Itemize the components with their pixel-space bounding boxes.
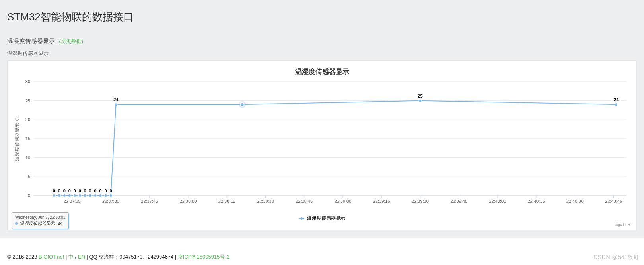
svg-point-51 [63,194,66,197]
svg-point-59 [84,194,86,197]
lang-zh-link[interactable]: 中 [68,254,74,260]
svg-text:24: 24 [614,97,619,102]
svg-text:24: 24 [113,97,119,102]
chart-credit[interactable]: bigiot.net [12,222,632,228]
svg-text:0: 0 [28,193,30,198]
tooltip-header: Wednesday, Jun 7, 22:38:01 [15,215,65,220]
lang-sep: / [75,254,77,260]
svg-text:22:38:30: 22:38:30 [257,199,274,204]
svg-point-65 [99,194,102,197]
watermark: CSDN @541板哥 [593,254,639,261]
svg-text:22:40:00: 22:40:00 [489,199,506,204]
svg-text:25: 25 [418,94,422,98]
chart-title: 温湿度传感器显示 [12,65,632,77]
svg-text:5: 5 [28,174,30,179]
svg-text:0: 0 [99,188,102,193]
tooltip-row: 温湿度传感器显示: 24 [15,220,65,226]
svg-text:22:39:30: 22:39:30 [412,199,429,204]
svg-text:22:37:30: 22:37:30 [102,199,119,204]
svg-text:0: 0 [104,188,107,193]
svg-text:30: 30 [25,79,30,84]
chart-legend[interactable]: 温湿度传感器显示 [12,212,632,222]
svg-text:0: 0 [74,188,76,193]
footer-copyright: © 2016-2023 [7,254,39,260]
svg-text:25: 25 [25,98,30,103]
svg-text:0: 0 [79,188,81,193]
svg-point-69 [109,194,112,197]
svg-text:22:40:15: 22:40:15 [528,199,545,204]
svg-text:0: 0 [63,188,66,193]
svg-text:22:37:15: 22:37:15 [64,199,81,204]
svg-point-78 [241,103,244,106]
footer-sep: | [66,254,68,260]
svg-text:0: 0 [58,188,60,193]
svg-point-47 [53,194,55,197]
svg-text:22:40:45: 22:40:45 [605,199,622,204]
footer-qq: | QQ 交流群：99475170、242994674 | [86,254,177,260]
svg-point-55 [73,194,76,197]
legend-marker-icon [299,218,304,219]
svg-point-63 [94,194,97,197]
svg-text:20: 20 [25,117,30,122]
svg-text:温湿度传感器显示 ◇: 温湿度传感器显示 ◇ [14,116,20,161]
svg-point-57 [78,194,81,197]
chart-tooltip: Wednesday, Jun 7, 22:38:01 温湿度传感器显示: 24 [12,212,69,229]
svg-point-74 [419,99,422,102]
section-header: 温湿度传感器显示 (历史数据) [0,36,644,47]
svg-text:0: 0 [94,188,97,193]
chart-card: 温湿度传感器显示 05101520253022:37:1522:37:3022:… [7,60,637,230]
line-chart[interactable]: 05101520253022:37:1522:37:3022:37:4522:3… [12,77,632,212]
footer-icp-link[interactable]: 京ICP备15005915号-2 [178,254,230,260]
page-title: STM32智能物联的数据接口 [0,0,644,36]
footer-site-link[interactable]: BIGIOT.net [39,254,64,260]
svg-text:0: 0 [68,188,71,193]
svg-text:22:38:45: 22:38:45 [296,199,313,204]
svg-text:22:39:00: 22:39:00 [335,199,352,204]
svg-text:10: 10 [25,155,30,160]
tooltip-label: 温湿度传感器显示: [20,221,56,226]
svg-text:22:38:15: 22:38:15 [218,199,235,204]
svg-text:0: 0 [84,188,86,193]
svg-text:0: 0 [109,188,112,193]
svg-text:22:38:00: 22:38:00 [180,199,197,204]
chart-subtitle: 温湿度传感器显示 [0,47,644,60]
lang-en-link[interactable]: EN [78,254,85,260]
tooltip-value: 24 [58,221,62,226]
svg-point-67 [104,194,107,197]
page-footer: © 2016-2023 BIGIOT.net | 中 / EN | QQ 交流群… [0,238,644,265]
svg-point-76 [615,103,618,106]
tooltip-dot-icon [15,222,18,225]
history-data-link[interactable]: (历史数据) [59,38,83,44]
svg-point-71 [115,103,117,106]
svg-text:22:37:45: 22:37:45 [141,199,158,204]
svg-text:22:39:45: 22:39:45 [450,199,467,204]
svg-text:15: 15 [25,136,30,141]
svg-text:22:39:15: 22:39:15 [373,199,390,204]
svg-point-61 [89,194,91,197]
svg-text:0: 0 [89,188,91,193]
svg-point-49 [58,194,60,197]
section-title: 温湿度传感器显示 [7,37,55,44]
svg-text:0: 0 [53,188,55,193]
legend-label: 温湿度传感器显示 [307,215,345,221]
svg-point-53 [68,194,71,197]
svg-text:22:40:30: 22:40:30 [566,199,584,204]
